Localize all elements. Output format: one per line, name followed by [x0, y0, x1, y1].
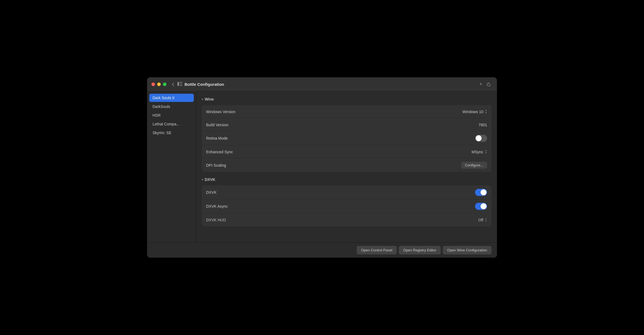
titlebar-nav	[171, 81, 175, 87]
wine-chevron-icon: ▾	[202, 98, 203, 101]
build-version-value: 7601	[479, 123, 487, 127]
dpi-scaling-control[interactable]: Configure...	[461, 162, 487, 169]
maximize-button[interactable]	[163, 83, 166, 86]
dpi-configure-button[interactable]: Configure...	[461, 162, 487, 169]
sidebar-item-dark-souls-2[interactable]: Dark Souls II	[149, 94, 194, 102]
open-registry-editor-button[interactable]: Open Registry Editor	[399, 246, 441, 254]
close-button[interactable]	[151, 83, 155, 86]
wine-section-header: ▾ Wine	[202, 96, 491, 102]
wine-section: ▾ Wine Windows Version Windows 10 ▲ ▼	[202, 96, 491, 172]
sidebar-item-lethal-company[interactable]: Lethal Compa...	[149, 120, 194, 128]
dxvk-hud-arrows: ▲ ▼	[485, 218, 487, 222]
dxvk-hud-down-arrow[interactable]: ▼	[485, 220, 487, 222]
dpi-scaling-row: DPI Scaling Configure...	[202, 158, 491, 172]
dxvk-async-control[interactable]	[475, 203, 487, 210]
window-title: Bottle Configuration	[185, 82, 478, 87]
dxvk-async-row: DXVK Async	[202, 199, 491, 213]
retina-mode-control[interactable]	[475, 135, 487, 142]
windows-version-down-arrow[interactable]: ▼	[485, 112, 487, 114]
svg-rect-0	[177, 82, 179, 86]
windows-version-label: Windows Version	[206, 110, 235, 114]
dxvk-section-header: ▾ DXVK	[202, 176, 491, 183]
retina-mode-label: Retina Mode	[206, 136, 228, 140]
sidebar-item-skyrim-se[interactable]: Skyrim: SE	[149, 129, 194, 137]
dxvk-control[interactable]	[475, 189, 487, 196]
sidebar-item-dark-souls[interactable]: DarkSouls	[149, 102, 194, 111]
retina-mode-thumb	[476, 135, 482, 141]
svg-rect-3	[180, 85, 182, 86]
enhanced-sync-arrows: ▲ ▼	[485, 149, 487, 154]
retina-mode-toggle[interactable]	[475, 135, 487, 142]
dxvk-settings-card: DXVK DXVK Async	[202, 186, 491, 227]
windows-version-control[interactable]: Windows 10 ▲ ▼	[462, 109, 487, 114]
app-window: Bottle Configuration + Dark Souls II Dar…	[147, 77, 497, 258]
build-version-row: Build Version 7601	[202, 118, 491, 131]
enhanced-sync-down-arrow[interactable]: ▼	[485, 152, 487, 154]
dxvk-chevron-icon: ▾	[202, 178, 203, 181]
dxvk-hud-control[interactable]: Off ▲ ▼	[478, 218, 487, 222]
dxvk-async-label: DXVK Async	[206, 204, 228, 208]
back-button[interactable]	[171, 81, 175, 87]
dxvk-hud-value: Off	[478, 218, 483, 222]
dxvk-hud-row: DXVK HUD Off ▲ ▼	[202, 213, 491, 227]
windows-version-value: Windows 10	[462, 110, 483, 114]
enhanced-sync-label: Enhanced Sync	[206, 150, 233, 154]
enhanced-sync-up-arrow[interactable]: ▲	[485, 149, 487, 152]
svg-rect-1	[180, 82, 182, 83]
dxvk-section-title: DXVK	[205, 177, 215, 182]
titlebar-actions: +	[478, 80, 493, 89]
dxvk-label: DXVK	[206, 190, 216, 195]
open-wine-configuration-button[interactable]: Open Wine Configuration	[443, 246, 491, 254]
minimize-button[interactable]	[157, 83, 161, 86]
svg-rect-2	[180, 84, 182, 84]
windows-version-row: Windows Version Windows 10 ▲ ▼	[202, 105, 491, 118]
dpi-scaling-label: DPI Scaling	[206, 163, 226, 168]
dxvk-async-toggle[interactable]	[475, 203, 487, 210]
enhanced-sync-row: Enhanced Sync MSync ▲ ▼	[202, 145, 491, 158]
windows-version-arrows: ▲ ▼	[485, 109, 487, 114]
footer: Open Control Panel Open Registry Editor …	[147, 242, 497, 258]
content-area: Dark Souls II DarkSouls HSR Lethal Compa…	[147, 92, 497, 242]
dxvk-row: DXVK	[202, 186, 491, 199]
main-content: ▾ Wine Windows Version Windows 10 ▲ ▼	[196, 92, 497, 242]
build-version-control: 7601	[479, 123, 487, 127]
open-control-panel-button[interactable]: Open Control Panel	[357, 246, 397, 254]
refresh-button[interactable]	[485, 80, 493, 89]
traffic-lights	[151, 83, 166, 86]
wine-settings-card: Windows Version Windows 10 ▲ ▼ Build Ver…	[202, 105, 491, 172]
titlebar: Bottle Configuration +	[147, 77, 497, 92]
dxvk-toggle[interactable]	[475, 189, 487, 196]
dxvk-async-thumb	[481, 203, 487, 209]
wine-section-title: Wine	[205, 97, 214, 101]
dxvk-section: ▾ DXVK DXVK	[202, 176, 491, 227]
dxvk-hud-up-arrow[interactable]: ▲	[485, 218, 487, 220]
add-button[interactable]: +	[478, 80, 484, 89]
enhanced-sync-value: MSync	[472, 150, 483, 154]
retina-mode-row: Retina Mode	[202, 131, 491, 145]
sidebar-item-hsr[interactable]: HSR	[149, 111, 194, 119]
dxvk-thumb	[481, 189, 487, 195]
build-version-label: Build Version	[206, 123, 229, 127]
sidebar: Dark Souls II DarkSouls HSR Lethal Compa…	[147, 92, 196, 242]
enhanced-sync-control[interactable]: MSync ▲ ▼	[472, 149, 487, 154]
dxvk-hud-label: DXVK HUD	[206, 218, 226, 222]
sidebar-icon	[177, 82, 182, 87]
windows-version-up-arrow[interactable]: ▲	[485, 109, 487, 111]
